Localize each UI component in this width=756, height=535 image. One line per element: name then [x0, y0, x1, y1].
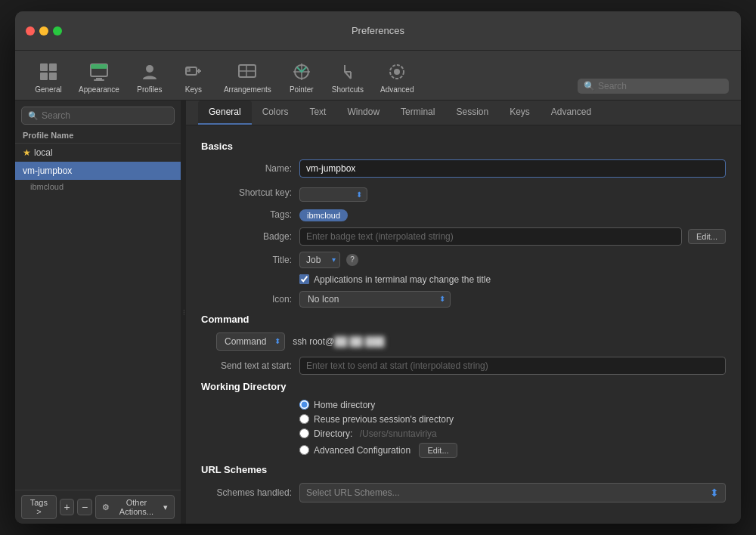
tab-window[interactable]: Window [336, 101, 390, 125]
form-content: Basics Name: Shortcut key: ⬍ [186, 125, 741, 524]
toolbar-item-shortcuts[interactable]: Shortcuts [324, 57, 371, 100]
title-select[interactable]: Job [299, 252, 340, 268]
tags-row: Tags: ibmcloud [201, 208, 726, 221]
tab-advanced[interactable]: Advanced [541, 101, 602, 125]
radio-directory-label: Directory: /Users/snuntaviriya [314, 428, 437, 439]
shortcut-key-label: Shortcut key: [201, 187, 292, 198]
radio-reuse-input[interactable] [299, 414, 309, 424]
badge-field: Edit... [299, 227, 726, 246]
title-row: Title: Job ? [201, 252, 726, 268]
directory-path: /Users/snuntaviriya [360, 428, 437, 439]
send-text-input[interactable] [299, 357, 726, 375]
name-row: Name: [201, 159, 726, 178]
radio-directory: Directory: /Users/snuntaviriya [299, 428, 726, 439]
schemes-handled-label: Schemes handled: [201, 487, 292, 498]
advanced-config-edit-button[interactable]: Edit... [419, 443, 457, 458]
send-text-label: Send text at start: [201, 360, 292, 371]
sidebar-search[interactable]: 🔍 [21, 107, 175, 125]
other-actions-arrow: ▾ [163, 503, 168, 512]
icon-select[interactable]: No Icon [308, 294, 439, 305]
sidebar-search-input[interactable] [42, 110, 168, 121]
tab-text[interactable]: Text [299, 101, 336, 125]
icon-row: Icon: No Icon ⬍ [201, 291, 726, 308]
basics-section-title: Basics [201, 141, 726, 152]
title-help-icon[interactable]: ? [346, 254, 358, 266]
toolbar-search[interactable]: 🔍 [578, 79, 729, 94]
toolbar-item-pointer[interactable]: Pointer [280, 57, 323, 100]
traffic-lights [26, 26, 62, 36]
toolbar-item-keys[interactable]: Keys [172, 57, 215, 100]
minimize-button[interactable] [39, 26, 48, 36]
toolbar-item-advanced[interactable]: Advanced [373, 57, 421, 100]
command-type-select[interactable]: Command [216, 332, 285, 351]
gear-icon-small: ⚙ [102, 503, 110, 512]
sidebar-item-vm-jumpbox-label: vm-jumpbox [23, 165, 72, 176]
radio-directory-input[interactable] [299, 428, 309, 438]
search-input[interactable] [598, 81, 719, 91]
tab-session[interactable]: Session [445, 101, 499, 125]
badge-edit-button[interactable]: Edit... [688, 229, 726, 244]
add-profile-button[interactable]: + [60, 499, 75, 515]
svg-rect-5 [91, 64, 107, 69]
tags-button[interactable]: Tags > [21, 495, 57, 519]
tags-field: ibmcloud [299, 208, 726, 221]
toolbar-item-profiles[interactable]: Profiles [129, 57, 171, 100]
sidebar: 🔍 Profile Name ★ local vm-jumpbox ibmclo… [15, 101, 181, 524]
appearance-icon [87, 60, 111, 84]
shortcut-key-field: ⬍ [299, 184, 726, 202]
tab-terminal[interactable]: Terminal [390, 101, 445, 125]
tab-general[interactable]: General [198, 101, 252, 125]
tab-keys[interactable]: Keys [499, 101, 541, 125]
radio-reuse: Reuse previous session's directory [299, 414, 726, 425]
radio-advanced-config-label: Advanced Configuration Edit... [314, 443, 457, 458]
profiles-label: Profiles [137, 85, 162, 94]
command-section-title: Command [201, 314, 726, 325]
keys-label: Keys [185, 85, 202, 94]
pointer-label: Pointer [290, 85, 314, 94]
sidebar-list-header: Profile Name [15, 128, 181, 144]
advanced-icon [385, 60, 409, 84]
icon-select-wrap[interactable]: No Icon ⬍ [299, 291, 451, 308]
maximize-button[interactable] [53, 26, 62, 36]
sidebar-item-vm-jumpbox[interactable]: vm-jumpbox [15, 162, 181, 180]
icon-label: Icon: [201, 294, 292, 305]
sidebar-footer: Tags > + − ⚙ Other Actions... ▾ [15, 490, 181, 524]
applications-change-title-row: Applications in terminal may change the … [299, 274, 726, 285]
sidebar-search-icon: 🔍 [28, 111, 39, 121]
svg-rect-10 [186, 69, 190, 71]
applications-change-title-checkbox[interactable] [299, 274, 309, 284]
send-text-field [299, 357, 726, 375]
badge-input[interactable] [299, 227, 682, 246]
radio-home-label: Home directory [314, 400, 375, 410]
radio-advanced-config-input[interactable] [299, 445, 309, 455]
star-icon: ★ [23, 147, 31, 158]
toolbar-item-appearance[interactable]: Appearance [71, 57, 127, 100]
sidebar-item-local[interactable]: ★ local [15, 144, 181, 162]
close-button[interactable] [26, 26, 35, 36]
radio-home-input[interactable] [299, 400, 309, 410]
toolbar: General Appearance [15, 51, 741, 101]
shortcut-key-row: Shortcut key: ⬍ [201, 184, 726, 202]
toolbar-item-arrangements[interactable]: Arrangements [216, 57, 279, 100]
general-icon [36, 60, 60, 84]
title-field: Job ? [299, 252, 726, 268]
title-select-wrap[interactable]: Job [299, 252, 340, 268]
toolbar-item-general[interactable]: General [27, 57, 70, 100]
name-input[interactable] [299, 159, 726, 178]
tab-colors[interactable]: Colors [252, 101, 299, 125]
schemes-dropdown-arrow[interactable]: ⬍ [710, 487, 719, 499]
icon-dropdown-arrow: ⬍ [439, 295, 445, 303]
appearance-label: Appearance [79, 85, 119, 94]
sidebar-item-ibmcloud[interactable]: ibmcloud [15, 180, 181, 193]
tag-ibmcloud[interactable]: ibmcloud [299, 209, 348, 221]
svg-rect-3 [49, 73, 57, 80]
command-type-label: Command [225, 336, 266, 347]
arrangements-icon [235, 60, 259, 84]
badge-row: Badge: Edit... [201, 227, 726, 246]
tags-label: Tags: [201, 209, 292, 220]
other-actions-label: Other Actions... [113, 498, 160, 516]
titlebar: Preferences [15, 11, 741, 51]
remove-profile-button[interactable]: − [77, 499, 92, 515]
other-actions-button[interactable]: ⚙ Other Actions... ▾ [95, 495, 175, 519]
command-value-blurred: ██ ██ ███ [334, 336, 384, 347]
